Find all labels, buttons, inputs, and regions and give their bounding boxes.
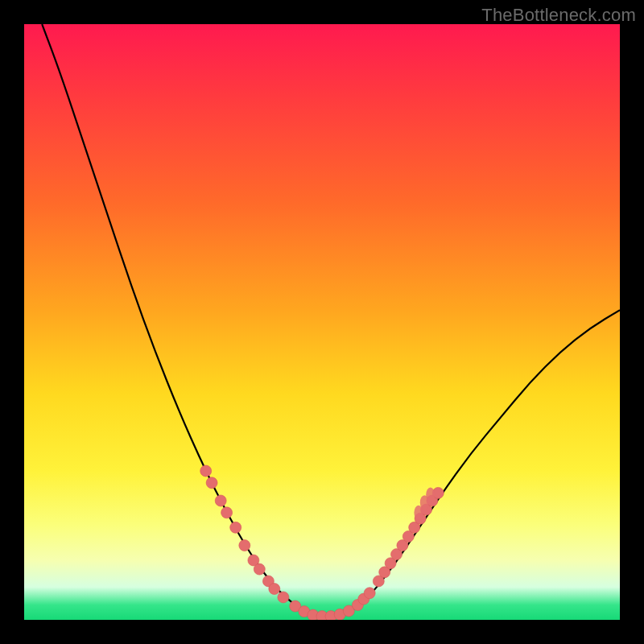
data-marker bbox=[278, 592, 289, 603]
data-marker-flame bbox=[414, 506, 423, 520]
data-marker bbox=[230, 522, 242, 533]
data-marker bbox=[206, 477, 217, 489]
data-marker bbox=[239, 540, 250, 551]
bottleneck-chart bbox=[24, 24, 620, 620]
data-marker bbox=[200, 465, 212, 477]
data-marker-flame bbox=[426, 488, 435, 502]
chart-frame bbox=[24, 24, 620, 620]
watermark-text: TheBottleneck.com bbox=[481, 5, 636, 26]
gradient-background bbox=[24, 24, 620, 620]
data-marker bbox=[254, 564, 265, 575]
data-marker bbox=[221, 507, 233, 518]
data-marker bbox=[269, 584, 280, 595]
data-marker bbox=[364, 588, 375, 599]
data-marker bbox=[215, 495, 226, 506]
